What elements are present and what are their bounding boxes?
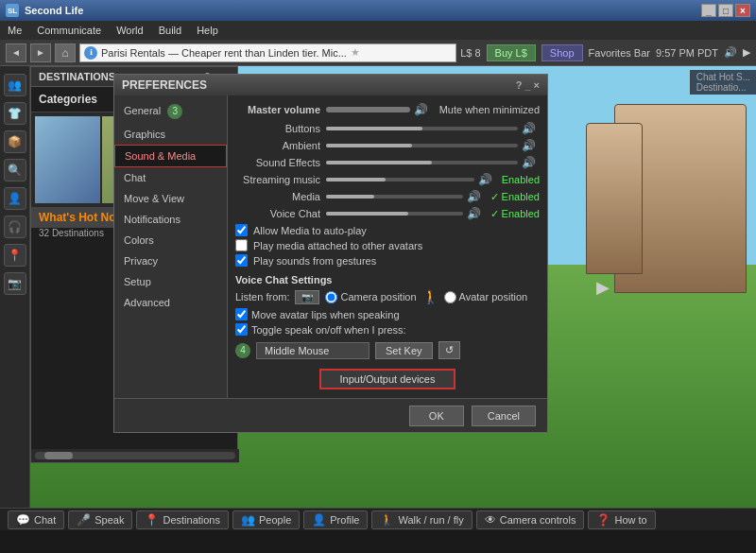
set-key-button[interactable]: Set Key (375, 342, 433, 359)
sound-effects-icon: 🔊 (522, 156, 536, 169)
audio-icon: 🔊 (724, 46, 737, 59)
back-button[interactable]: ◄ (6, 43, 26, 62)
app-title: Second Life (25, 5, 83, 16)
taskbar-howto[interactable]: ❓ How to (588, 510, 655, 529)
voice-chat-slider[interactable] (326, 212, 463, 216)
taskbar-people[interactable]: 👥 People (232, 510, 300, 529)
preferences-body: General 3 Graphics Sound & Media Chat Mo… (114, 95, 547, 398)
refresh-button[interactable]: ↺ (438, 341, 460, 359)
voice-chat-icon: 🔊 (467, 207, 481, 220)
sidebar-search-icon[interactable]: 🔍 (4, 159, 26, 181)
maximize-button[interactable]: □ (718, 4, 733, 17)
ambient-row: Ambient 🔊 (235, 139, 540, 152)
pref-general[interactable]: General 3 (114, 99, 227, 124)
ok-button[interactable]: OK (409, 406, 464, 426)
speak-label: Speak (94, 514, 124, 526)
menu-world[interactable]: World (116, 25, 144, 36)
preferences-dialog: PREFERENCES ? _ × General 3 Graphics Sou… (113, 74, 548, 433)
pref-move-view[interactable]: Move & View (114, 188, 227, 209)
pref-privacy[interactable]: Privacy (114, 251, 227, 271)
key-input-row: 4 Set Key ↺ (235, 341, 540, 359)
preferences-content: Master volume 🔊 Mute when minimized Butt… (228, 95, 547, 398)
taskbar-profile[interactable]: 👤 Profile (303, 510, 368, 529)
camera-position-option[interactable]: Camera position (325, 291, 416, 303)
preferences-title-bar: PREFERENCES ? _ × (114, 75, 547, 95)
play-sounds-checkbox[interactable] (235, 254, 248, 267)
move-avatar-checkbox[interactable] (235, 308, 248, 320)
profile-icon: 👤 (312, 513, 326, 527)
address-bar[interactable]: ℹ Parisi Rentals — Cheaper rent than Lin… (79, 43, 456, 62)
sidebar-people-icon[interactable]: 👥 (4, 74, 26, 96)
master-volume-slider[interactable] (326, 107, 410, 112)
star-icon[interactable]: ★ (351, 46, 360, 59)
master-volume-label: Master volume (235, 104, 320, 115)
menu-communicate[interactable]: Communicate (37, 25, 101, 36)
voice-chat-row: Voice Chat 🔊 ✓ Enabled (235, 207, 540, 220)
menu-build[interactable]: Build (159, 25, 181, 36)
forward-button[interactable]: ► (30, 43, 51, 62)
pref-setup[interactable]: Setup (114, 271, 227, 292)
scroll-bar[interactable] (31, 449, 239, 462)
howto-label: How to (614, 514, 646, 526)
pref-graphics[interactable]: Graphics (114, 124, 227, 145)
taskbar-camera[interactable]: 👁 Camera controls (476, 510, 585, 529)
buttons-icon: 🔊 (522, 122, 536, 135)
favorites-label: Favorites Bar (589, 47, 650, 59)
taskbar-speak[interactable]: 🎤 Speak (68, 510, 132, 529)
allow-media-checkbox[interactable] (235, 224, 248, 236)
walk-label: Walk / run / fly (398, 514, 463, 526)
close-button[interactable]: × (735, 4, 750, 17)
destinations-title: DESTINATIONS (39, 71, 115, 82)
thumb-1[interactable] (35, 116, 100, 203)
play-sounds-row: Play sounds from gestures (235, 254, 540, 267)
buttons-slider[interactable] (326, 127, 518, 130)
move-avatar-label: Move avatar lips when speaking (251, 309, 400, 320)
menu-help[interactable]: Help (197, 25, 218, 36)
sidebar-inventory-icon[interactable]: 📦 (4, 130, 26, 153)
menu-bar: Me Communicate World Build Help (0, 21, 756, 40)
sound-effects-row: Sound Effects 🔊 (235, 156, 540, 169)
media-slider[interactable] (326, 195, 463, 199)
pref-minimize[interactable]: _ (524, 79, 530, 91)
cancel-button[interactable]: Cancel (472, 406, 536, 426)
pref-advanced[interactable]: Advanced (114, 292, 227, 313)
toggle-speak-checkbox[interactable] (235, 323, 248, 336)
camera-icon-button[interactable]: 📷 (295, 290, 319, 304)
howto-icon: ❓ (596, 513, 610, 527)
pref-colors[interactable]: Colors (114, 230, 227, 251)
sidebar-location-icon[interactable]: 📍 (4, 244, 26, 267)
left-sidebar: 👥 👕 📦 🔍 👤 🎧 📍 📷 (0, 66, 30, 508)
taskbar-walk[interactable]: 🚶 Walk / run / fly (371, 510, 472, 529)
sidebar-profile-icon[interactable]: 👤 (4, 187, 26, 210)
minimize-button[interactable]: _ (701, 4, 716, 17)
scroll-thumb[interactable] (44, 452, 73, 459)
buy-linden-button[interactable]: Buy L$ (487, 44, 536, 61)
shop-button[interactable]: Shop (541, 44, 583, 61)
menu-me[interactable]: Me (8, 25, 22, 36)
listen-from-row: Listen from: 📷 Camera position 🚶 Avatar … (235, 289, 540, 304)
sidebar-camera-icon[interactable]: 📷 (4, 272, 26, 295)
streaming-music-slider[interactable] (326, 178, 474, 181)
sidebar-headset-icon[interactable]: 🎧 (4, 216, 26, 238)
preferences-controls[interactable]: ? _ × (516, 79, 540, 91)
window-controls[interactable]: _ □ × (701, 4, 750, 17)
sidebar-avatar-icon[interactable]: 👕 (4, 102, 26, 125)
play-media-row: Play media attached to other avatars (235, 239, 540, 251)
taskbar-destinations[interactable]: 📍 Destinations (136, 510, 229, 529)
play-media-checkbox[interactable] (235, 239, 248, 251)
address-text: Parisi Rentals — Cheaper rent than Linde… (101, 47, 347, 59)
home-button[interactable]: ⌂ (55, 43, 76, 62)
sound-effects-slider[interactable] (326, 161, 518, 164)
toggle-speak-label: Toggle speak on/off when I press: (251, 324, 406, 336)
avatar-position-option[interactable]: Avatar position (444, 291, 528, 303)
pref-sound-media[interactable]: Sound & Media (114, 145, 227, 167)
taskbar-chat[interactable]: 💬 Chat (8, 510, 64, 529)
pref-close[interactable]: × (534, 79, 540, 91)
pref-notifications[interactable]: Notifications (114, 209, 227, 230)
pref-help[interactable]: ? (516, 79, 523, 91)
ambient-slider[interactable] (326, 144, 518, 147)
right-arrow[interactable]: ▶ (596, 277, 610, 298)
pref-chat[interactable]: Chat (114, 167, 227, 188)
key-field[interactable] (256, 342, 369, 359)
input-output-devices-button[interactable]: Input/Output devices (319, 369, 456, 389)
